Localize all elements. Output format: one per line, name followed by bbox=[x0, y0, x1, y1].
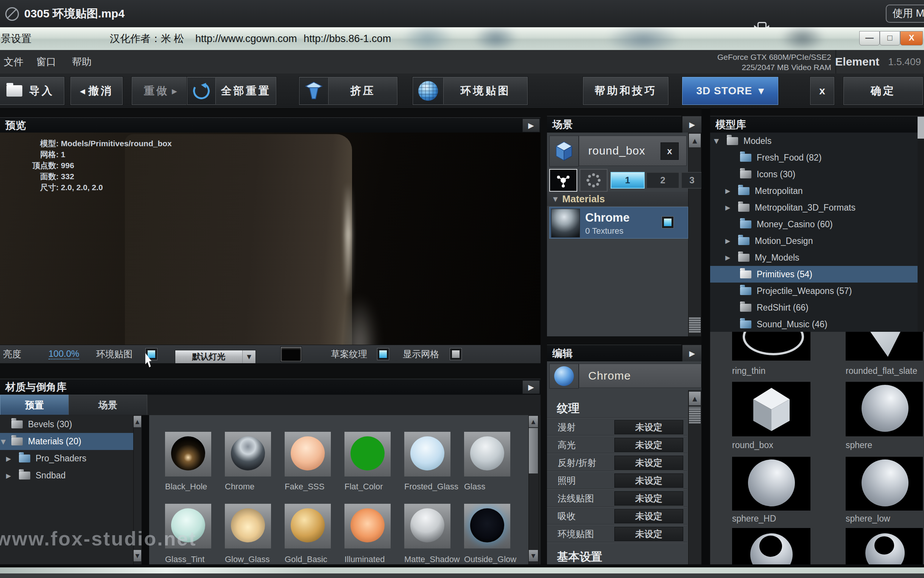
material-black-hole[interactable] bbox=[165, 432, 211, 476]
model-label: ring_thin bbox=[732, 366, 765, 376]
particle-mode-button[interactable] bbox=[549, 169, 577, 192]
collapsed-icon[interactable]: ▶ bbox=[725, 254, 738, 261]
library-panel-expand-button[interactable]: ▶ bbox=[523, 380, 540, 394]
tree-item-bevels[interactable]: Bevels (30) bbox=[0, 416, 133, 433]
scene-panel-expand-button[interactable]: ▶ bbox=[682, 116, 702, 133]
collapsed-icon[interactable]: ▶ bbox=[6, 472, 19, 479]
tree-item-sound-music[interactable]: Sound_Music (46) bbox=[710, 316, 918, 333]
scrollbar-thumb[interactable] bbox=[689, 317, 701, 333]
model-open-sphere-2[interactable] bbox=[846, 528, 923, 564]
help-tips-button[interactable]: 帮助和技巧 bbox=[583, 77, 668, 105]
reset-all-button[interactable]: 全部重置 bbox=[187, 77, 276, 105]
material-gold-basic[interactable] bbox=[285, 504, 331, 549]
menu-help[interactable]: 帮助 bbox=[72, 50, 92, 73]
normal-map-value-button[interactable]: 未设定 bbox=[614, 491, 683, 506]
scroll-up-icon[interactable]: ▲ bbox=[689, 392, 701, 405]
menu-window[interactable]: 窗口 bbox=[36, 50, 56, 73]
specular-value-button[interactable]: 未设定 bbox=[614, 438, 683, 452]
material-chrome[interactable] bbox=[225, 432, 271, 476]
reflection-value-button[interactable]: 未设定 bbox=[614, 456, 683, 470]
tree-item-my-models[interactable]: ▶ My_Models bbox=[710, 249, 918, 266]
collapsed-icon[interactable]: ▶ bbox=[725, 187, 738, 195]
scrollbar-thumb[interactable] bbox=[529, 428, 538, 474]
collapsed-icon[interactable]: ▶ bbox=[6, 455, 19, 463]
model-open-sphere[interactable] bbox=[732, 528, 811, 564]
tab-presets[interactable]: 预置 bbox=[0, 395, 69, 415]
tree-item-primitives[interactable]: Primitives (54) bbox=[710, 266, 918, 283]
model-scrollbar-track[interactable] bbox=[918, 139, 924, 332]
edit-panel-expand-button[interactable]: ▶ bbox=[682, 345, 702, 362]
show-grid-checkbox[interactable] bbox=[450, 348, 462, 360]
model-ring-thin[interactable] bbox=[732, 332, 811, 360]
scene-scrollbar[interactable] bbox=[688, 133, 701, 336]
3d-store-button[interactable]: 3D STORE ▼ bbox=[682, 77, 778, 105]
tree-item-icons[interactable]: Icons (30) bbox=[710, 166, 918, 183]
tree-item-money-casino[interactable]: Money_Casino (60) bbox=[710, 216, 918, 232]
collapsed-icon[interactable]: ▶ bbox=[725, 204, 738, 211]
minimize-button[interactable]: — bbox=[859, 31, 880, 45]
illumination-value-button[interactable]: 未设定 bbox=[614, 474, 683, 488]
extrude-button[interactable]: 挤压 bbox=[299, 77, 398, 105]
material-glow-glass[interactable] bbox=[225, 504, 271, 549]
redo-button[interactable]: 重做 ▶ bbox=[132, 77, 189, 105]
tree-item-fresh-food[interactable]: Fresh_Food (82) bbox=[710, 149, 918, 166]
maximize-button[interactable]: □ bbox=[880, 31, 900, 45]
tree-item-metropolitan-3d[interactable]: ▶ Metropolitan_3D_Formats bbox=[710, 199, 918, 216]
tree-item-pro-shaders[interactable]: ▶ Pro_Shaders bbox=[0, 450, 133, 467]
tree-item-models[interactable]: ▼ Models bbox=[710, 133, 918, 149]
material-glass[interactable] bbox=[464, 432, 510, 476]
absorption-value-button[interactable]: 未设定 bbox=[614, 509, 683, 523]
cancel-x-button[interactable]: x bbox=[810, 77, 834, 105]
tree-item-redshirt[interactable]: RedShirt (66) bbox=[710, 299, 918, 316]
material-flat-color[interactable] bbox=[345, 432, 391, 476]
tree-item-sndbad[interactable]: ▶ Sndbad bbox=[0, 467, 133, 484]
open-with-movist-button[interactable]: 使用 Movist Pro 打 bbox=[886, 5, 924, 23]
model-round-box[interactable] bbox=[732, 382, 811, 436]
material-fake-sss[interactable] bbox=[285, 432, 331, 476]
background-color-swatch[interactable] bbox=[281, 347, 301, 361]
group-tab-2[interactable]: 2 bbox=[646, 172, 680, 188]
draft-texture-checkbox[interactable] bbox=[377, 348, 389, 360]
remove-item-button[interactable]: x bbox=[660, 143, 679, 160]
group-tab-3[interactable]: 3 bbox=[681, 172, 703, 188]
material-illuminated[interactable] bbox=[345, 504, 391, 549]
scroll-up-icon[interactable]: ▲ bbox=[134, 416, 141, 427]
scroll-down-icon[interactable]: ▼ bbox=[529, 550, 538, 561]
tab-scene[interactable]: 场景 bbox=[68, 395, 147, 415]
replicator-mode-button[interactable] bbox=[579, 169, 608, 192]
materials-section-header[interactable]: ▼ Materials bbox=[547, 192, 688, 206]
brightness-value[interactable]: 100.0% bbox=[49, 349, 79, 359]
tree-item-metropolitan[interactable]: ▶ Metropolitan bbox=[710, 183, 918, 199]
import-button[interactable]: 导入 bbox=[0, 77, 64, 105]
tree-item-projectile-weapons[interactable]: Projectile_Weapons (57) bbox=[710, 283, 918, 299]
undo-button[interactable]: ◀ 撤消 bbox=[70, 77, 123, 105]
environment-value-button[interactable]: 未设定 bbox=[614, 527, 683, 541]
model-sphere[interactable] bbox=[846, 382, 923, 436]
close-button[interactable]: X bbox=[900, 31, 923, 45]
tree-item-materials[interactable]: ▼ Materials (20) bbox=[0, 433, 133, 450]
environment-map-button[interactable]: 环境贴图 bbox=[413, 77, 528, 105]
tree-item-motion-design[interactable]: ▶ Motion_Design bbox=[710, 232, 918, 249]
scroll-up-icon[interactable]: ▲ bbox=[529, 416, 538, 427]
material-matte-shadow[interactable] bbox=[404, 504, 450, 549]
material-frosted-glass[interactable] bbox=[404, 432, 450, 476]
scrollbar-thumb[interactable] bbox=[689, 407, 701, 424]
scroll-down-icon[interactable]: ▼ bbox=[134, 550, 141, 561]
expanded-icon[interactable]: ▼ bbox=[710, 137, 727, 144]
material-outside-glow[interactable] bbox=[464, 504, 510, 549]
expanded-icon[interactable]: ▼ bbox=[0, 438, 11, 445]
material-checkbox[interactable] bbox=[662, 216, 674, 228]
light-preset-dropdown[interactable]: 默认灯光 ▼ bbox=[175, 350, 256, 364]
model-sphere-low[interactable] bbox=[846, 457, 923, 511]
ok-button[interactable]: 确定 bbox=[843, 77, 923, 105]
scroll-up-icon[interactable]: ▲ bbox=[689, 134, 701, 147]
model-rounded-flat-slate[interactable] bbox=[846, 332, 923, 360]
collapsed-icon[interactable]: ▶ bbox=[725, 237, 738, 245]
model-scrollbar-thumb[interactable] bbox=[918, 117, 924, 139]
menu-file[interactable]: 文件 bbox=[4, 50, 23, 73]
diffuse-value-button[interactable]: 未设定 bbox=[614, 420, 683, 434]
group-tab-1[interactable]: 1 bbox=[610, 172, 645, 188]
model-sphere-hd[interactable] bbox=[732, 457, 811, 511]
preview-panel-expand-button[interactable]: ▶ bbox=[523, 119, 540, 132]
scene-material-chrome[interactable]: Chrome 0 Textures bbox=[549, 207, 688, 239]
